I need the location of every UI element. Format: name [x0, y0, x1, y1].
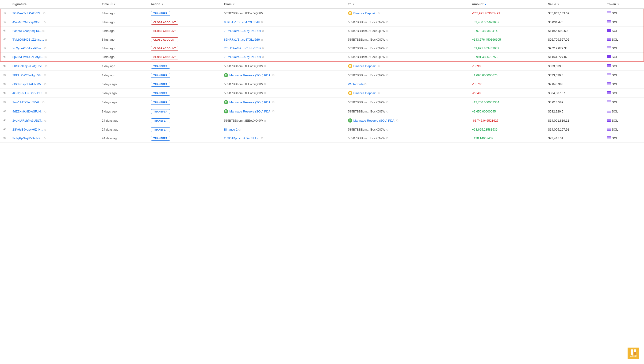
signature-link[interactable]: XcXycePjVxUckPBm...	[12, 47, 44, 50]
sig-copy-icon[interactable]: ⧉	[44, 74, 46, 77]
from-copy-icon[interactable]: ⧉	[264, 65, 266, 68]
to-copy-icon[interactable]: ⧉	[386, 101, 388, 104]
token-filter-icon[interactable]: ▼	[617, 3, 619, 6]
sig-copy-icon[interactable]: ⧉	[44, 12, 46, 15]
signature-link[interactable]: 3pvNvFVVDGdPofy8...	[12, 55, 44, 59]
to-copy-icon[interactable]: ⧉	[378, 12, 380, 15]
table-row: 👁 4dZ9Xn9pjBXeSFdH...⧉ 3 days ago TRANSF…	[0, 107, 644, 116]
from-named-link[interactable]: Binance 2	[224, 128, 238, 131]
from-address-link[interactable]: 7EtnD9aVb2...bRgHqCRLti	[224, 47, 261, 50]
sig-copy-icon[interactable]: ⧉	[44, 83, 46, 86]
to-copy-icon[interactable]: ⧉	[386, 128, 388, 131]
from-address-link[interactable]: 85KFJjx1fS...cd47GLd6dH	[224, 21, 260, 24]
to-copy-icon[interactable]: ⧉	[378, 91, 380, 95]
time-info-icon[interactable]: ⓘ	[110, 2, 112, 6]
sig-copy-icon[interactable]: ⧉	[44, 128, 46, 131]
sig-copy-icon[interactable]: ⧉	[42, 101, 44, 104]
signature-link[interactable]: 2mVcMJX5eufStV6...	[12, 101, 42, 104]
from-filter-icon[interactable]: ▼	[232, 3, 235, 6]
token-label: SOL	[612, 110, 618, 113]
visibility-toggle[interactable]: 👁	[3, 100, 6, 104]
visibility-toggle[interactable]: 👁	[3, 82, 6, 86]
sig-copy-icon[interactable]: ⧉	[45, 65, 48, 68]
from-address-link[interactable]: 7EtnD9aVb2...bRgHqCRLti	[224, 55, 261, 59]
sig-copy-icon[interactable]: ⧉	[44, 47, 46, 50]
from-address-link[interactable]: 2L3CJRprJc...AZiapSFFz5	[224, 136, 260, 140]
sig-copy-icon[interactable]: ⧉	[44, 21, 46, 24]
amount-filter-icon[interactable]: ▲	[484, 3, 487, 6]
to-copy-icon[interactable]: ⧉	[386, 110, 388, 113]
signature-link[interactable]: 3rJejPpNikjH5SafN2...	[12, 136, 43, 140]
signature-link[interactable]: 5KSGNehj59EaQUnc...	[12, 64, 44, 68]
from-copy-icon[interactable]: ⧉	[261, 137, 263, 140]
signature-link[interactable]: 2SV6sB9ydpyx6ZnH...	[12, 128, 43, 131]
from-address-link[interactable]: 85KFJjx1fS...cd47GLd6dH	[224, 38, 260, 41]
sig-copy-icon[interactable]: ⧉	[44, 119, 46, 122]
signature-link[interactable]: 4GNg5sUuXDprPiDU...	[12, 91, 44, 95]
to-copy-icon[interactable]: ⧉	[364, 83, 366, 86]
sig-copy-icon[interactable]: ⧉	[44, 56, 47, 59]
svg-rect-29	[607, 94, 611, 94]
visibility-toggle[interactable]: 👁	[3, 109, 6, 113]
action-filter-icon[interactable]: ▼	[161, 3, 164, 6]
svg-rect-44	[607, 139, 611, 139]
to-copy-icon[interactable]: ⧉	[386, 137, 388, 140]
from-copy-icon[interactable]: ⧉	[272, 74, 274, 77]
from-copy-icon[interactable]: ⧉	[262, 56, 264, 59]
from-copy-icon[interactable]: ⧉	[261, 21, 263, 24]
to-copy-icon[interactable]: ⧉	[386, 47, 388, 50]
to-copy-icon[interactable]: ⧉	[378, 64, 380, 68]
from-copy-icon[interactable]: ⧉	[261, 38, 263, 41]
sig-copy-icon[interactable]: ⧉	[44, 137, 46, 140]
to-filter-icon[interactable]: ▼	[352, 3, 355, 6]
visibility-toggle[interactable]: 👁	[3, 136, 6, 140]
from-copy-icon[interactable]: ⧉	[272, 110, 274, 113]
visibility-toggle[interactable]: 👁	[3, 73, 6, 77]
sig-copy-icon[interactable]: ⧉	[45, 92, 47, 95]
action-cell: TRANSFER	[148, 61, 221, 71]
from-copy-icon[interactable]: ⧉	[238, 128, 240, 131]
from-copy-icon[interactable]: ⧉	[264, 119, 266, 122]
visibility-toggle[interactable]: 👁	[3, 64, 6, 68]
visibility-toggle[interactable]: 👁	[3, 128, 6, 131]
to-copy-icon[interactable]: ⧉	[386, 38, 388, 41]
signature-link[interactable]: oBCkmspdFtAUN2W...	[12, 82, 44, 86]
to-named-link[interactable]: Wintermute	[348, 82, 364, 86]
from-copy-icon[interactable]: ⧉	[272, 101, 274, 104]
to-copy-icon[interactable]: ⧉	[396, 119, 398, 122]
signature-link[interactable]: 45eMzp2McvapXGo...	[12, 21, 43, 24]
sig-copy-icon[interactable]: ⧉	[42, 29, 44, 33]
action-cell: CLOSE ACCOUNT	[148, 27, 221, 35]
visibility-toggle[interactable]: 👁	[3, 91, 6, 95]
signature-link[interactable]: TVLbDUHDBaZ2hisg...	[12, 38, 44, 41]
signature-link[interactable]: 4dZ9Xn9pjBXeSFdH...	[12, 110, 44, 113]
to-copy-icon[interactable]: ⧉	[386, 29, 388, 33]
to-copy-icon[interactable]: ⧉	[386, 21, 388, 24]
signature-link[interactable]: 2ydHUiRyhf4c3UBLT...	[12, 119, 44, 122]
time-filter-icon[interactable]: ▼	[113, 3, 116, 6]
signature-link[interactable]: 3G2VexTaZAV6J6Zt...	[12, 12, 42, 15]
signature-link[interactable]: 3BFLrXW45nHgm58...	[12, 74, 43, 77]
sig-copy-icon[interactable]: ⧉	[44, 110, 46, 113]
sig-copy-icon[interactable]: ⧉	[45, 38, 47, 41]
from-copy-icon[interactable]: ⧉	[262, 29, 264, 33]
signature-link[interactable]: 23np5L7ZaqZsqHU...	[12, 29, 42, 33]
visibility-toggle[interactable]: 👁	[3, 55, 6, 59]
from-address-link[interactable]: 7EtnD9aVb2...bRgHqCRLti	[224, 29, 261, 33]
value-filter-icon[interactable]: ▼	[557, 3, 560, 6]
from-copy-icon[interactable]: ⧉	[264, 83, 266, 86]
from-cell: MMarinade Reserve (SOL) PDA⧉	[221, 98, 345, 107]
visibility-toggle[interactable]: 👁	[3, 29, 6, 33]
from-cell: MMarinade Reserve (SOL) PDA⧉	[221, 71, 345, 80]
visibility-toggle[interactable]: 👁	[3, 20, 6, 24]
visibility-toggle[interactable]: 👁	[3, 38, 6, 41]
token-cell: SOL	[604, 98, 644, 107]
visibility-toggle[interactable]: 👁	[3, 119, 6, 122]
from-copy-icon[interactable]: ⧉	[262, 47, 264, 50]
to-copy-icon[interactable]: ⧉	[386, 56, 388, 59]
visibility-toggle[interactable]: 👁	[3, 46, 6, 50]
visibility-toggle[interactable]: 👁	[3, 11, 6, 15]
to-copy-icon[interactable]: ⧉	[386, 74, 388, 77]
value-cell: $2,843,983	[545, 80, 604, 89]
from-copy-icon[interactable]: ⧉	[264, 92, 266, 95]
